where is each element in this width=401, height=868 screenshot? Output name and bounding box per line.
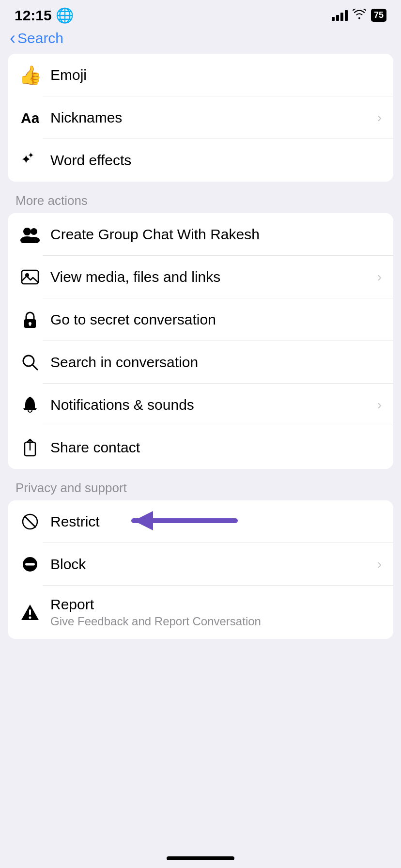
nicknames-content: Nicknames	[50, 109, 377, 126]
secret-conversation-item[interactable]: Go to secret conversation	[8, 298, 393, 341]
block-title: Block	[50, 556, 377, 573]
svg-text:Aa: Aa	[21, 110, 39, 126]
secret-conversation-content: Go to secret conversation	[50, 311, 382, 328]
home-indicator	[167, 856, 234, 860]
report-title: Report	[50, 596, 382, 613]
restrict-arrow-annotation	[105, 506, 240, 537]
restrict-icon	[19, 511, 41, 532]
back-button[interactable]: ‹ Search	[10, 30, 391, 47]
notifications-content: Notifications & sounds	[50, 397, 377, 413]
svg-point-22	[29, 617, 31, 619]
secret-conversation-title: Go to secret conversation	[50, 311, 382, 328]
signal-bars-icon	[332, 10, 348, 21]
svg-rect-7	[22, 270, 38, 284]
nav-bar: ‹ Search	[0, 28, 401, 54]
privacy-support-section: Privacy and support Restrict	[8, 480, 393, 639]
svg-point-4	[31, 228, 37, 235]
share-contact-content: Share contact	[50, 439, 382, 456]
wifi-icon	[353, 9, 366, 22]
nicknames-chevron-icon: ›	[377, 110, 382, 125]
privacy-support-card: Restrict Block ›	[8, 500, 393, 639]
view-media-item[interactable]: View media, files and links ›	[8, 256, 393, 298]
view-media-title: View media, files and links	[50, 269, 377, 285]
nicknames-item[interactable]: Aa Nicknames ›	[8, 96, 393, 139]
share-icon	[19, 437, 41, 458]
bell-icon	[19, 394, 41, 416]
svg-rect-21	[29, 609, 31, 615]
notifications-item[interactable]: Notifications & sounds ›	[8, 384, 393, 426]
create-group-item[interactable]: Create Group Chat With Rakesh	[8, 213, 393, 256]
search-conversation-item[interactable]: Search in conversation	[8, 341, 393, 384]
svg-point-3	[23, 228, 31, 235]
privacy-support-label: Privacy and support	[8, 480, 393, 500]
view-media-chevron-icon: ›	[377, 269, 382, 285]
time-label: 12:15	[15, 7, 52, 24]
word-effects-content: Word effects	[50, 152, 382, 169]
block-content: Block	[50, 556, 377, 573]
create-group-title: Create Group Chat With Rakesh	[50, 226, 382, 243]
emoji-content: Emoji	[50, 67, 382, 83]
customization-section: 👍 Emoji Aa Nicknames › ✦ ✦	[8, 54, 393, 182]
report-subtitle: Give Feedback and Report Conversation	[50, 615, 382, 628]
battery-level: 75	[374, 10, 384, 20]
emoji-icon: 👍	[19, 64, 41, 86]
more-actions-card: Create Group Chat With Rakesh View media…	[8, 213, 393, 469]
group-icon	[19, 224, 41, 245]
notifications-chevron-icon: ›	[377, 397, 382, 413]
back-label: Search	[17, 30, 63, 46]
report-item[interactable]: Report Give Feedback and Report Conversa…	[8, 586, 393, 639]
create-group-content: Create Group Chat With Rakesh	[50, 226, 382, 243]
report-content: Report Give Feedback and Report Conversa…	[50, 596, 382, 628]
search-conversation-title: Search in conversation	[50, 354, 382, 371]
svg-text:✦: ✦	[28, 151, 34, 159]
block-chevron-icon: ›	[377, 557, 382, 572]
word-effects-icon: ✦ ✦	[19, 150, 41, 171]
lock-icon	[19, 309, 41, 330]
globe-icon: 🌐	[56, 7, 74, 24]
svg-marker-17	[134, 511, 153, 530]
nicknames-title: Nicknames	[50, 109, 377, 126]
block-item[interactable]: Block ›	[8, 543, 393, 586]
svg-rect-11	[30, 324, 31, 326]
notifications-title: Notifications & sounds	[50, 397, 377, 413]
status-time: 12:15 🌐	[15, 7, 74, 24]
nicknames-icon: Aa	[19, 107, 41, 128]
share-contact-item[interactable]: Share contact	[8, 426, 393, 469]
battery-icon: 75	[371, 9, 386, 22]
restrict-item[interactable]: Restrict	[8, 500, 393, 543]
block-icon	[19, 554, 41, 575]
media-icon	[19, 266, 41, 288]
word-effects-title: Word effects	[50, 152, 382, 169]
back-chevron-icon: ‹	[10, 30, 15, 47]
status-bar: 12:15 🌐 75	[0, 0, 401, 28]
share-contact-title: Share contact	[50, 439, 382, 456]
svg-line-15	[25, 516, 35, 527]
search-conversation-content: Search in conversation	[50, 354, 382, 371]
emoji-title: Emoji	[50, 67, 382, 83]
emoji-item[interactable]: 👍 Emoji	[8, 54, 393, 96]
search-icon	[19, 352, 41, 373]
more-actions-label: More actions	[8, 193, 393, 213]
more-actions-section: More actions Create Group Chat With Rake…	[8, 193, 393, 469]
view-media-content: View media, files and links	[50, 269, 377, 285]
svg-rect-19	[25, 563, 35, 566]
status-icons: 75	[332, 9, 386, 22]
word-effects-item[interactable]: ✦ ✦ Word effects	[8, 139, 393, 182]
customization-card: 👍 Emoji Aa Nicknames › ✦ ✦	[8, 54, 393, 182]
warning-icon	[19, 602, 41, 623]
